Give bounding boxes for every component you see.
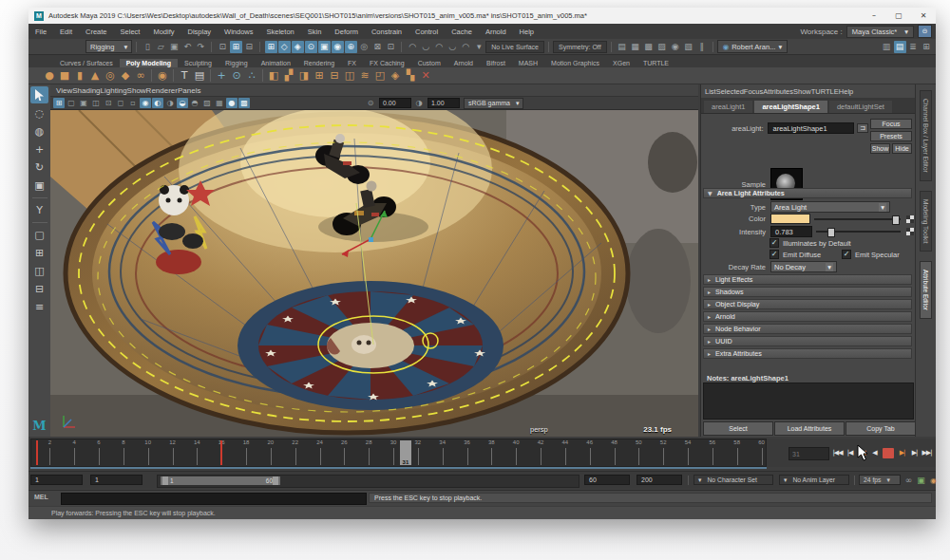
save-scene-icon[interactable]: ▣ bbox=[168, 41, 180, 53]
viewport-3d-scene[interactable]: persp 23.1 fps bbox=[50, 110, 698, 437]
frame-all-icon[interactable]: ◉ bbox=[140, 98, 151, 108]
curve-text-icon[interactable]: T bbox=[177, 68, 192, 84]
animation-end-field[interactable]: 200 bbox=[636, 475, 682, 485]
shelf-tab-animation[interactable]: Animation bbox=[255, 59, 297, 67]
range-slider-bar[interactable]: 1 60 bbox=[161, 476, 280, 485]
attribute-editor-toggle-icon[interactable]: ▤ bbox=[894, 41, 906, 53]
range-end-handle[interactable] bbox=[273, 476, 278, 485]
shelf-tab-mash[interactable]: MASH bbox=[512, 59, 544, 67]
section-area-light-attributes[interactable]: ▼ Area Light Attributes bbox=[703, 188, 912, 198]
minimize-button[interactable]: – bbox=[862, 8, 886, 24]
shelf-tab-poly-modeling[interactable]: Poly Modeling bbox=[120, 59, 178, 67]
timeline[interactable]: 2468101214161820222426283032343638404244… bbox=[30, 439, 767, 467]
rebuild-history-icon[interactable]: ◠ bbox=[460, 41, 472, 53]
step-forward-key-button[interactable]: ▶| bbox=[896, 446, 908, 459]
open-scene-icon[interactable]: ▱ bbox=[155, 41, 167, 53]
command-language-label[interactable]: MEL bbox=[34, 494, 48, 500]
ae-tab-areaLight1[interactable]: areaLight1 bbox=[704, 101, 752, 113]
tool-settings-toggle-icon[interactable]: ≣ bbox=[907, 41, 920, 53]
menu-windows[interactable]: Windows bbox=[218, 28, 259, 36]
ipr-render-icon[interactable]: ▩ bbox=[642, 41, 655, 53]
single-pane-layout[interactable]: ▢ bbox=[30, 226, 48, 243]
bridge-icon[interactable]: ◫ bbox=[342, 68, 357, 84]
section-shadows[interactable]: ▸Shadows bbox=[703, 287, 912, 297]
playback-start-field[interactable]: 1 bbox=[90, 475, 142, 485]
menu-edit[interactable]: Edit bbox=[53, 28, 79, 36]
menu-skin[interactable]: Skin bbox=[301, 28, 329, 36]
symmetry-field[interactable]: Symmetry: Off bbox=[553, 41, 607, 53]
snap-view-plane-icon[interactable]: ▣ bbox=[318, 41, 331, 53]
shelf-tab-motion-graphics[interactable]: Motion Graphics bbox=[544, 59, 606, 67]
safe-action-icon[interactable]: ◻ bbox=[115, 98, 126, 108]
live-surface-field[interactable]: No Live Surface bbox=[485, 41, 544, 53]
polygon-sphere-icon[interactable]: ● bbox=[42, 68, 57, 84]
playback-loop-icon[interactable]: ∞ bbox=[902, 475, 915, 486]
ae-menu-selected[interactable]: Selected bbox=[716, 87, 744, 96]
platonic-solid-icon[interactable]: ◉ bbox=[155, 68, 170, 84]
menu-cache[interactable]: Cache bbox=[445, 28, 479, 36]
safe-title-icon[interactable]: ▫ bbox=[127, 98, 139, 108]
viewport-menu-lighting[interactable]: Lighting bbox=[101, 86, 127, 95]
texture-map-icon[interactable] bbox=[906, 228, 914, 235]
maximize-button[interactable]: ▢ bbox=[886, 8, 911, 24]
fps-dropdown[interactable]: 24 fps ▾ bbox=[859, 475, 901, 485]
make-live-icon[interactable]: ◉ bbox=[332, 41, 344, 53]
polygon-torus-icon[interactable]: ◎ bbox=[103, 68, 118, 84]
anim-layer-dropdown[interactable]: ▾ No Anim Layer bbox=[779, 475, 849, 485]
pause-viewport-icon[interactable]: ∥ bbox=[695, 41, 708, 53]
polygon-cone-icon[interactable]: ▲ bbox=[87, 68, 103, 84]
mirror-icon[interactable]: ◰ bbox=[372, 68, 388, 84]
curve-history-icon[interactable]: ◡ bbox=[420, 41, 432, 53]
polygon-cube-icon[interactable]: ■ bbox=[57, 68, 72, 84]
texture-map-icon[interactable] bbox=[906, 215, 914, 223]
exposure-field[interactable]: 0.00 bbox=[379, 98, 411, 108]
side-tab-attribute-editor[interactable]: Attribute Editor bbox=[920, 261, 932, 319]
multi-cut-icon[interactable]: ⊙ bbox=[229, 68, 244, 84]
lighting-icon[interactable]: ◐ bbox=[152, 98, 163, 108]
node-name-field[interactable]: areaLightShape1 bbox=[768, 122, 854, 134]
stop-button[interactable]: ■ bbox=[883, 448, 894, 458]
section-extra-attributes[interactable]: ▸Extra Attributes bbox=[703, 348, 912, 359]
lock-selection-icon[interactable]: ⊠ bbox=[371, 41, 384, 53]
ae-tab-defaultLightSet[interactable]: defaultLightSet bbox=[829, 101, 892, 113]
menu-display[interactable]: Display bbox=[181, 28, 218, 36]
presets-button[interactable]: Presets bbox=[870, 131, 912, 141]
copy-tab-button[interactable]: Copy Tab bbox=[846, 421, 916, 436]
snap-point-icon[interactable]: ◈ bbox=[292, 41, 304, 53]
show-button[interactable]: Show bbox=[870, 143, 890, 154]
playback-end-field[interactable]: 60 bbox=[584, 475, 630, 485]
gate-mask-icon[interactable]: ◫ bbox=[90, 98, 102, 108]
character-set-dropdown[interactable]: ▾ No Character Set bbox=[694, 475, 773, 485]
new-scene-icon[interactable]: ▯ bbox=[142, 41, 154, 53]
resolution-gate-icon[interactable]: ▣ bbox=[78, 98, 89, 108]
menu-file[interactable]: File bbox=[28, 28, 53, 36]
polygon-pipe-icon[interactable]: ∞ bbox=[133, 68, 148, 84]
color-swatch[interactable] bbox=[770, 214, 810, 224]
joint-tool[interactable]: Y bbox=[30, 201, 48, 218]
colorspace-dropdown[interactable]: sRGB gamma▾ bbox=[464, 98, 523, 109]
shelf-tab-rigging[interactable]: Rigging bbox=[218, 59, 255, 67]
grid-icon[interactable]: ⊞ bbox=[53, 98, 65, 108]
menu-deform[interactable]: Deform bbox=[328, 28, 365, 36]
viewport-menu-panels[interactable]: Panels bbox=[178, 86, 200, 95]
two-pane-stacked-layout[interactable]: ⊟ bbox=[30, 280, 48, 297]
intensity-field[interactable]: 0.783 bbox=[770, 226, 812, 237]
exposure-icon[interactable]: ⊙ bbox=[365, 98, 376, 108]
select-tool[interactable] bbox=[30, 86, 48, 103]
smooth-shade-icon[interactable]: ● bbox=[226, 98, 238, 108]
move-tool[interactable]: + bbox=[30, 140, 48, 158]
section-arnold[interactable]: ▸Arnold bbox=[703, 311, 912, 322]
current-frame-indicator[interactable]: 31 bbox=[400, 440, 412, 465]
go-to-end-button[interactable]: ▶▶| bbox=[921, 446, 933, 459]
pin-tab-icon[interactable]: ⊐ bbox=[857, 123, 868, 133]
ae-menu-attributes[interactable]: Attributes bbox=[763, 87, 793, 96]
select-button[interactable]: Select bbox=[703, 421, 773, 436]
surface-history-icon[interactable]: ◠ bbox=[433, 41, 446, 53]
history-options-icon[interactable]: ▾ bbox=[473, 41, 485, 53]
side-tab-modeling-toolkit[interactable]: Modeling Toolkit bbox=[920, 191, 932, 252]
deformer-history-icon[interactable]: ◡ bbox=[446, 41, 459, 53]
snap-grid-icon[interactable]: ⊞ bbox=[265, 41, 277, 53]
viewport-menu-shading[interactable]: Shading bbox=[72, 86, 100, 95]
shelf-tab-rendering[interactable]: Rendering bbox=[297, 59, 341, 67]
construction-history-icon[interactable]: ◠ bbox=[407, 41, 419, 53]
